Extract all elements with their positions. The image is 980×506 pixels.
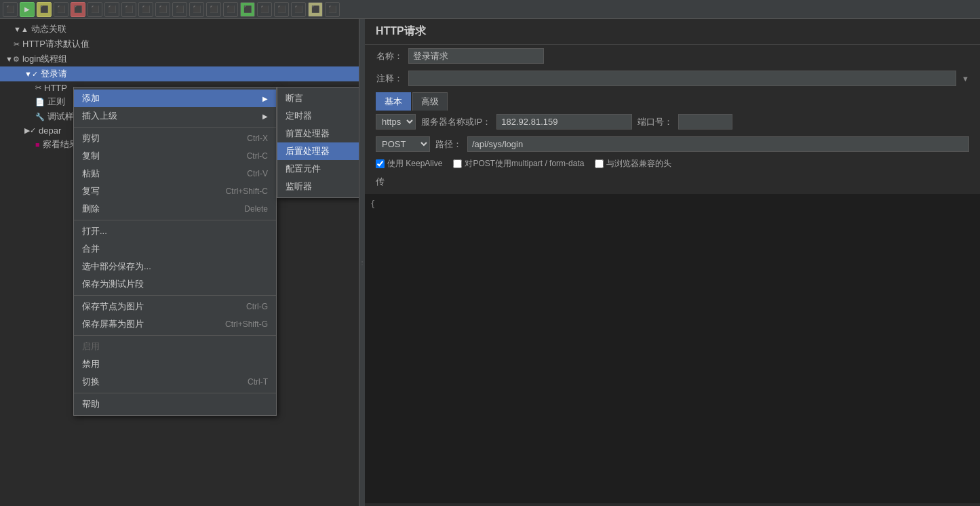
menu-item-paste[interactable]: 粘贴 Ctrl-V — [74, 165, 276, 182]
toolbar-btn-12[interactable]: ⬛ — [189, 2, 204, 17]
submenu-l2-timers-label: 定时器 — [286, 110, 312, 122]
toolbar-btn-10[interactable]: ⬛ — [155, 2, 170, 17]
left-panel: ▼▲ 动态关联 ✂ HTTP请求默认值 ▼⚙ login线程组 ▼✓ 登录请 ✂… — [0, 19, 359, 506]
menu-item-cut[interactable]: 剪切 Ctrl-X — [74, 130, 276, 147]
separator-2 — [74, 220, 276, 220]
toolbar-btn-11[interactable]: ⬛ — [172, 2, 187, 17]
menu-item-merge[interactable]: 合并 — [74, 240, 276, 258]
toolbar-btn-14[interactable]: ⬛ — [223, 2, 238, 17]
port-label: 端口号： — [638, 116, 673, 128]
submenu-l2-post-processors[interactable]: 后置处理器 ▶ — [277, 142, 359, 160]
path-row: POST GET PUT DELETE 路径： — [365, 133, 980, 155]
path-input[interactable] — [467, 136, 969, 152]
shortcut-duplicate: Ctrl+Shift-C — [226, 187, 268, 196]
toolbar-btn-16[interactable]: ⬛ — [257, 2, 272, 17]
comment-input[interactable] — [408, 71, 956, 86]
arrow-icon: ▶ — [262, 113, 268, 120]
submenu-l2-post-label: 后置处理器 — [286, 145, 330, 157]
context-menu: 添加 ▶ 插入上级 ▶ 剪切 Ctrl-X 复制 Ctrl-C — [73, 87, 277, 416]
menu-item-open-label: 打开... — [82, 225, 107, 237]
comment-label: 注释： — [376, 73, 403, 85]
tab-basic[interactable]: 基本 — [376, 92, 411, 111]
submenu-l2-config[interactable]: 配置元件 ▶ — [277, 160, 359, 178]
menu-item-add-label: 添加 — [82, 92, 100, 104]
menu-item-duplicate[interactable]: 复写 Ctrl+Shift-C — [74, 182, 276, 200]
content-area[interactable]: { — [365, 194, 980, 503]
shortcut-paste: Ctrl-V — [247, 169, 268, 178]
server-input[interactable] — [496, 114, 632, 130]
browser-compat-checkbox-item: 与浏览器兼容的头 — [595, 158, 671, 170]
menu-item-enable[interactable]: 启用 — [74, 338, 276, 355]
toolbar-btn-4[interactable]: ⬛ — [54, 2, 68, 17]
browser-compat-checkbox[interactable] — [595, 159, 604, 168]
method-select[interactable]: POST GET PUT DELETE — [376, 136, 430, 152]
shortcut-save-node: Ctrl-G — [246, 302, 268, 311]
menu-item-save-screen-image[interactable]: 保存屏幕为图片 Ctrl+Shift-G — [74, 315, 276, 333]
menu-item-disable[interactable]: 禁用 — [74, 355, 276, 373]
http-request-title: HTTP请求 — [365, 19, 980, 45]
menu-item-save-fragment[interactable]: 保存为测试片段 — [74, 275, 276, 293]
menu-item-enable-label: 启用 — [82, 340, 100, 353]
toolbar-btn-20[interactable]: ⬛ — [325, 2, 340, 17]
menu-item-copy[interactable]: 复制 Ctrl-C — [74, 147, 276, 165]
right-panel: HTTP请求 名称： 注释： ▼ 基本 高级 https http — [365, 19, 980, 506]
submenu-l2-assertions[interactable]: 断言 ▶ — [277, 90, 359, 107]
toolbar-btn-17[interactable]: ⬛ — [274, 2, 289, 17]
multipart-checkbox-item: 对POST使用multipart / form-data — [453, 158, 584, 170]
server-label: 服务器名称或IP： — [421, 116, 491, 128]
protocol-select[interactable]: https http — [376, 114, 416, 130]
menu-item-cut-label: 剪切 — [82, 132, 100, 144]
toolbar-btn-19[interactable]: ⬛ — [308, 2, 323, 17]
menu-item-copy-label: 复制 — [82, 150, 100, 162]
toolbar-btn-2[interactable]: ▶ — [20, 2, 35, 17]
context-overlay: 添加 ▶ 插入上级 ▶ 剪切 Ctrl-X 复制 Ctrl-C — [0, 19, 359, 506]
multipart-checkbox[interactable] — [453, 159, 462, 168]
checkboxes-row: 使用 KeepAlive 对POST使用multipart / form-dat… — [365, 155, 980, 172]
menu-item-help-label: 帮助 — [82, 398, 100, 410]
toolbar-btn-5[interactable]: ⬛ — [71, 2, 85, 17]
menu-item-insert-parent[interactable]: 插入上级 ▶ — [74, 107, 276, 125]
send-row: 传 — [365, 172, 980, 191]
menu-item-save-node-image[interactable]: 保存节点为图片 Ctrl-G — [74, 298, 276, 315]
menu-item-save-node-label: 保存节点为图片 — [82, 300, 144, 313]
name-input[interactable] — [408, 48, 544, 64]
toolbar-btn-9[interactable]: ⬛ — [138, 2, 153, 17]
menu-item-delete[interactable]: 删除 Delete — [74, 200, 276, 218]
menu-item-save-screen-label: 保存屏幕为图片 — [82, 318, 144, 330]
menu-item-paste-label: 粘贴 — [82, 168, 100, 180]
shortcut-toggle: Ctrl-T — [248, 377, 268, 387]
submenu-l2-listeners[interactable]: 监听器 ▶ — [277, 178, 359, 195]
separator-1 — [74, 127, 276, 128]
keepalive-checkbox[interactable] — [376, 159, 385, 168]
menu-item-save-part[interactable]: 选中部分保存为... — [74, 258, 276, 275]
port-input[interactable] — [678, 114, 732, 130]
content-placeholder: { — [370, 199, 375, 209]
toolbar-btn-13[interactable]: ⬛ — [206, 2, 221, 17]
toolbar-btn-6[interactable]: ⬛ — [87, 2, 102, 17]
vertical-divider[interactable]: ⋮ — [359, 19, 365, 506]
separator-4 — [74, 335, 276, 336]
toolbar-btn-8[interactable]: ⬛ — [121, 2, 136, 17]
path-label: 路径： — [435, 138, 462, 151]
menu-item-insert-parent-label: 插入上级 — [82, 110, 117, 122]
toolbar-btn-3[interactable]: ⬛ — [37, 2, 52, 17]
menu-item-add[interactable]: 添加 ▶ — [74, 90, 276, 107]
menu-item-help[interactable]: 帮助 — [74, 395, 276, 413]
toolbar-btn-15[interactable]: ⬛ — [240, 2, 255, 17]
menu-item-delete-label: 删除 — [82, 203, 100, 215]
server-row: https http 服务器名称或IP： 端口号： — [365, 111, 980, 133]
toolbar: ⬛ ▶ ⬛ ⬛ ⬛ ⬛ ⬛ ⬛ ⬛ ⬛ ⬛ ⬛ ⬛ ⬛ ⬛ ⬛ ⬛ ⬛ ⬛ ⬛ — [0, 0, 980, 19]
toolbar-btn-18[interactable]: ⬛ — [291, 2, 306, 17]
comment-row: 注释： ▼ — [365, 67, 980, 90]
expand-icon[interactable]: ▼ — [962, 75, 969, 83]
toolbar-btn-7[interactable]: ⬛ — [104, 2, 119, 17]
menu-item-duplicate-label: 复写 — [82, 185, 100, 197]
browser-compat-label: 与浏览器兼容的头 — [606, 158, 671, 170]
menu-item-toggle[interactable]: 切换 Ctrl-T — [74, 373, 276, 391]
send-label: 传 — [376, 176, 385, 188]
tab-advanced[interactable]: 高级 — [412, 92, 448, 111]
toolbar-btn-1[interactable]: ⬛ — [3, 2, 18, 17]
submenu-l2-timers[interactable]: 定时器 ▶ — [277, 107, 359, 125]
submenu-l2-pre-processors[interactable]: 前置处理器 ▶ — [277, 125, 359, 142]
menu-item-open[interactable]: 打开... — [74, 222, 276, 240]
